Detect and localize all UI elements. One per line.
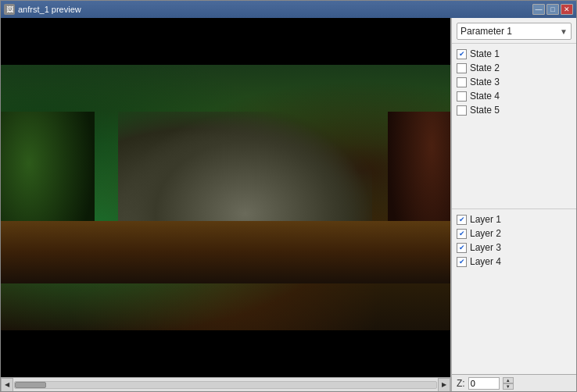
z-area: Z: ▲ ▼ [452, 374, 576, 391]
layer-3-label: Layer 3 [470, 242, 501, 253]
ground [1, 221, 450, 283]
z-label: Z: [457, 378, 465, 389]
layer-4-checkbox[interactable]: ✔ [457, 257, 467, 267]
title-buttons: — □ ✕ [532, 4, 573, 15]
scroll-track[interactable] [14, 381, 437, 389]
state-2-label: State 2 [470, 62, 500, 73]
state-4-label: State 4 [470, 91, 500, 102]
window-icon: 🖼 [4, 4, 15, 15]
state-item-2[interactable]: State 2 [457, 61, 572, 75]
canvas-container[interactable] [1, 18, 450, 377]
dropdown-value: Parameter 1 [461, 26, 512, 37]
state-1-checkbox[interactable]: ✔ [457, 49, 467, 59]
scroll-left-arrow[interactable]: ◀ [1, 378, 13, 392]
layer-2-checkbox[interactable]: ✔ [457, 229, 467, 239]
maximize-button[interactable]: □ [547, 4, 559, 15]
layer-item-1[interactable]: ✔ Layer 1 [457, 212, 572, 226]
state-item-5[interactable]: State 5 [457, 103, 572, 117]
dropdown-area: Parameter 1 ▼ [452, 18, 576, 44]
layer-1-label: Layer 1 [470, 214, 501, 225]
scene-top-black [1, 18, 450, 65]
title-bar-left: 🖼 anfrst_1 preview [4, 4, 81, 15]
forest-scene [1, 65, 450, 330]
layers-section: ✔ Layer 1 ✔ Layer 2 ✔ Layer 3 ✔ Layer 4 [452, 209, 576, 374]
preview-scrollbar: ◀ ▶ [1, 377, 450, 391]
state-item-3[interactable]: State 3 [457, 75, 572, 89]
layer-4-label: Layer 4 [470, 256, 501, 267]
state-3-label: State 3 [470, 77, 500, 87]
main-window: 🖼 anfrst_1 preview — □ ✕ [0, 0, 577, 392]
state-2-checkbox[interactable] [457, 63, 467, 73]
state-5-label: State 5 [470, 105, 500, 116]
layer-item-3[interactable]: ✔ Layer 3 [457, 241, 572, 255]
state-4-checkbox[interactable] [457, 91, 467, 102]
z-input[interactable] [468, 377, 500, 390]
window-title: anfrst_1 preview [18, 5, 81, 14]
scroll-thumb[interactable] [15, 382, 46, 388]
state-5-checkbox[interactable] [457, 105, 467, 116]
right-panel: Parameter 1 ▼ ✔ State 1 State 2 State 3 [451, 18, 576, 391]
close-button[interactable]: ✕ [561, 4, 573, 15]
title-bar: 🖼 anfrst_1 preview — □ ✕ [1, 1, 576, 18]
preview-area: ◀ ▶ [1, 18, 451, 391]
state-item-4[interactable]: State 4 [457, 89, 572, 103]
main-content: ◀ ▶ Parameter 1 ▼ ✔ State 1 [1, 18, 576, 391]
parameter-dropdown[interactable]: Parameter 1 ▼ [457, 23, 572, 40]
scroll-right-arrow[interactable]: ▶ [438, 378, 450, 392]
minimize-button[interactable]: — [532, 4, 545, 15]
state-1-label: State 1 [470, 48, 500, 59]
layer-item-4[interactable]: ✔ Layer 4 [457, 255, 572, 269]
z-spinner: ▲ ▼ [503, 377, 514, 390]
state-3-checkbox[interactable] [457, 77, 467, 87]
layer-item-2[interactable]: ✔ Layer 2 [457, 226, 572, 241]
z-spin-up[interactable]: ▲ [503, 377, 514, 383]
state-item-1[interactable]: ✔ State 1 [457, 47, 572, 61]
layer-3-checkbox[interactable]: ✔ [457, 243, 467, 253]
states-section: ✔ State 1 State 2 State 3 State 4 [452, 44, 576, 209]
dropdown-arrow-icon: ▼ [560, 27, 568, 36]
layer-2-label: Layer 2 [470, 228, 501, 239]
scene-bottom-black [1, 330, 450, 377]
z-spin-down[interactable]: ▼ [503, 383, 514, 390]
layer-1-checkbox[interactable]: ✔ [457, 215, 467, 225]
